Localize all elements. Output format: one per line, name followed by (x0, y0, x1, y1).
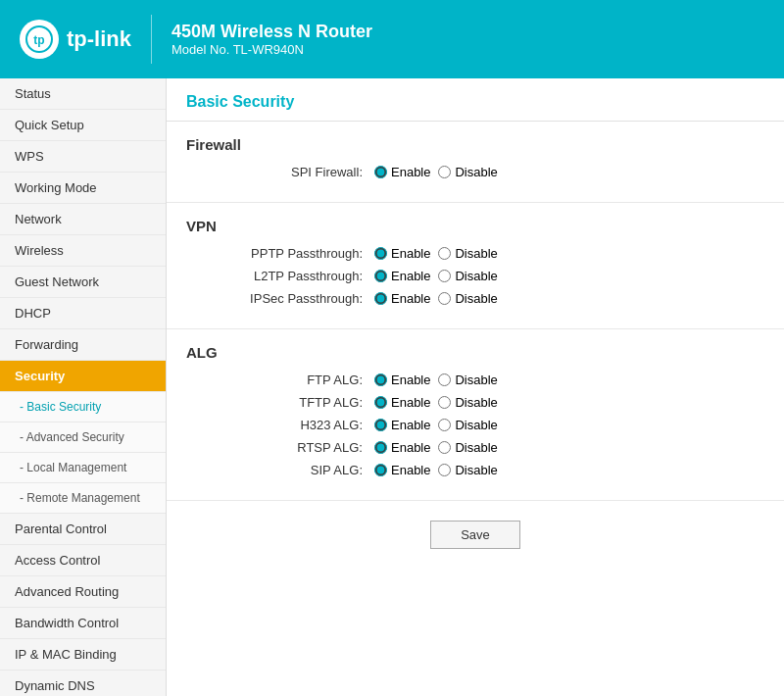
radio-label-disable-alg-4: Disable (455, 463, 497, 477)
sidebar-item-wireless[interactable]: Wireless (0, 235, 166, 267)
radio-input-enable-firewall-0[interactable] (374, 166, 387, 178)
sidebar-item-access-control[interactable]: Access Control (0, 545, 166, 576)
radio-input-disable-vpn-2[interactable] (438, 292, 451, 305)
layout: StatusQuick SetupWPSWorking ModeNetworkW… (0, 78, 784, 696)
save-area: Save (167, 501, 784, 569)
radio-input-disable-alg-3[interactable] (438, 441, 451, 454)
sidebar-item-wps[interactable]: WPS (0, 141, 166, 173)
sidebar-item-network[interactable]: Network (0, 204, 166, 235)
radio-group-alg-2: EnableDisable (374, 418, 498, 432)
radio-group-alg-1: EnableDisable (374, 395, 498, 410)
radio-input-enable-alg-1[interactable] (374, 396, 387, 409)
tp-link-logo-svg: tp (25, 25, 53, 53)
form-label-alg-3: RTSP ALG: (206, 440, 363, 455)
radio-label-enable-vpn-2: Enable (391, 291, 430, 306)
radio-option-disable-vpn-0[interactable]: Disable (438, 246, 497, 261)
radio-group-vpn-0: EnableDisable (374, 246, 498, 261)
form-row-alg-0: FTP ALG:EnableDisable (186, 373, 764, 387)
form-row-alg-3: RTSP ALG:EnableDisable (186, 440, 764, 455)
sidebar-item-local-management[interactable]: - Local Management (0, 453, 166, 483)
device-name: 450M Wireless N Router (172, 22, 372, 42)
radio-input-disable-alg-2[interactable] (438, 419, 451, 431)
form-label-vpn-1: L2TP Passthrough: (206, 269, 363, 283)
radio-option-disable-alg-0[interactable]: Disable (438, 373, 497, 387)
radio-label-disable-alg-0: Disable (455, 373, 497, 387)
radio-group-alg-3: EnableDisable (374, 440, 498, 455)
sidebar-item-bandwidth-control[interactable]: Bandwidth Control (0, 608, 166, 639)
radio-option-enable-alg-2[interactable]: Enable (374, 418, 430, 432)
radio-input-disable-alg-4[interactable] (438, 464, 451, 476)
sidebar-item-advanced-routing[interactable]: Advanced Routing (0, 576, 166, 608)
radio-label-enable-vpn-0: Enable (391, 246, 430, 261)
radio-input-disable-alg-1[interactable] (438, 396, 451, 409)
radio-label-enable-alg-2: Enable (391, 418, 430, 432)
page-title: Basic Security (167, 78, 784, 122)
logo-area: tp tp-link (20, 20, 131, 59)
radio-input-enable-alg-3[interactable] (374, 441, 387, 454)
radio-group-vpn-2: EnableDisable (374, 291, 498, 306)
radio-label-disable-alg-3: Disable (455, 440, 497, 455)
radio-input-enable-alg-0[interactable] (374, 373, 387, 386)
form-row-vpn-0: PPTP Passthrough:EnableDisable (186, 246, 764, 261)
section-vpn: VPNPPTP Passthrough:EnableDisableL2TP Pa… (167, 203, 784, 329)
form-row-vpn-1: L2TP Passthrough:EnableDisable (186, 269, 764, 283)
radio-option-disable-alg-3[interactable]: Disable (438, 440, 497, 455)
device-model: Model No. TL-WR940N (172, 42, 372, 57)
header: tp tp-link 450M Wireless N Router Model … (0, 0, 784, 78)
form-row-vpn-2: IPSec Passthrough:EnableDisable (186, 291, 764, 306)
radio-input-enable-vpn-1[interactable] (374, 270, 387, 282)
radio-option-disable-firewall-0[interactable]: Disable (438, 165, 497, 179)
radio-option-disable-alg-1[interactable]: Disable (438, 395, 497, 410)
sidebar-item-basic-security[interactable]: - Basic Security (0, 392, 166, 423)
radio-option-enable-alg-1[interactable]: Enable (374, 395, 430, 410)
device-info: 450M Wireless N Router Model No. TL-WR94… (172, 22, 372, 57)
main-content: Basic Security FirewallSPI Firewall:Enab… (167, 78, 784, 696)
radio-option-enable-alg-4[interactable]: Enable (374, 463, 430, 477)
sidebar-item-ip-mac-binding[interactable]: IP & MAC Binding (0, 639, 166, 671)
sidebar-item-security[interactable]: Security (0, 361, 166, 392)
form-label-firewall-0: SPI Firewall: (206, 165, 363, 179)
radio-option-disable-vpn-1[interactable]: Disable (438, 269, 497, 283)
radio-input-enable-vpn-0[interactable] (374, 247, 387, 260)
radio-input-enable-alg-4[interactable] (374, 464, 387, 476)
sidebar-item-guest-network[interactable]: Guest Network (0, 267, 166, 298)
radio-input-enable-alg-2[interactable] (374, 419, 387, 431)
radio-option-enable-vpn-2[interactable]: Enable (374, 291, 430, 306)
tp-link-icon: tp (20, 20, 59, 59)
radio-input-disable-firewall-0[interactable] (438, 166, 451, 178)
sidebar-item-quick-setup[interactable]: Quick Setup (0, 110, 166, 141)
sidebar-item-dynamic-dns[interactable]: Dynamic DNS (0, 671, 166, 696)
radio-option-disable-vpn-2[interactable]: Disable (438, 291, 497, 306)
radio-option-enable-vpn-0[interactable]: Enable (374, 246, 430, 261)
radio-input-enable-vpn-2[interactable] (374, 292, 387, 305)
form-label-alg-1: TFTP ALG: (206, 395, 363, 410)
radio-label-disable-vpn-2: Disable (455, 291, 497, 306)
radio-input-disable-vpn-1[interactable] (438, 270, 451, 282)
radio-option-disable-alg-2[interactable]: Disable (438, 418, 497, 432)
sidebar-item-working-mode[interactable]: Working Mode (0, 173, 166, 204)
radio-input-disable-alg-0[interactable] (438, 373, 451, 386)
radio-option-enable-alg-0[interactable]: Enable (374, 373, 430, 387)
form-label-vpn-0: PPTP Passthrough: (206, 246, 363, 261)
radio-option-enable-vpn-1[interactable]: Enable (374, 269, 430, 283)
radio-label-enable-firewall-0: Enable (391, 165, 430, 179)
sidebar-item-parental-control[interactable]: Parental Control (0, 514, 166, 545)
radio-input-disable-vpn-0[interactable] (438, 247, 451, 260)
svg-text:tp: tp (33, 33, 44, 47)
radio-option-enable-firewall-0[interactable]: Enable (374, 165, 430, 179)
radio-label-enable-alg-3: Enable (391, 440, 430, 455)
radio-label-enable-alg-0: Enable (391, 373, 430, 387)
sidebar-item-dhcp[interactable]: DHCP (0, 298, 166, 329)
sidebar-item-status[interactable]: Status (0, 78, 166, 110)
sidebar-item-remote-management[interactable]: - Remote Management (0, 483, 166, 514)
sidebar-item-forwarding[interactable]: Forwarding (0, 329, 166, 361)
radio-group-alg-0: EnableDisable (374, 373, 498, 387)
radio-group-firewall-0: EnableDisable (374, 165, 498, 179)
sidebar-item-advanced-security[interactable]: - Advanced Security (0, 423, 166, 453)
radio-label-disable-firewall-0: Disable (455, 165, 497, 179)
radio-option-enable-alg-3[interactable]: Enable (374, 440, 430, 455)
form-row-alg-4: SIP ALG:EnableDisable (186, 463, 764, 477)
save-button[interactable]: Save (430, 521, 520, 549)
radio-option-disable-alg-4[interactable]: Disable (438, 463, 497, 477)
radio-label-enable-vpn-1: Enable (391, 269, 430, 283)
